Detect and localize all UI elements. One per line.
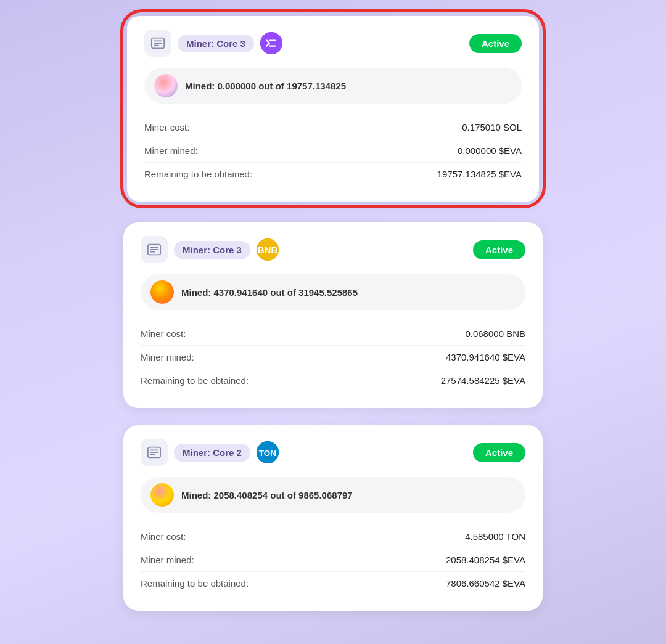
coin-icon bbox=[260, 32, 282, 54]
stat-row-0: Miner cost: 4.585000 TON bbox=[141, 525, 525, 548]
miner-icon bbox=[141, 439, 168, 466]
card-header: Miner: Core 3 Active bbox=[144, 30, 522, 57]
stat-value-1: 4370.941640 $EVA bbox=[446, 352, 525, 362]
stat-row-2: Remaining to be obtained: 19757.134825 $… bbox=[144, 162, 522, 185]
stat-row-1: Miner mined: 4370.941640 $EVA bbox=[141, 345, 525, 369]
stat-row-2: Remaining to be obtained: 7806.660542 $E… bbox=[141, 571, 525, 595]
card-wrapper-card-3: Miner: Core 2 TON Active Mined: 2058.408… bbox=[123, 425, 543, 611]
card-header: Miner: Core 2 TON Active bbox=[141, 439, 525, 466]
stat-row-2: Remaining to be obtained: 27574.584225 $… bbox=[141, 369, 525, 392]
stat-row-1: Miner mined: 2058.408254 $EVA bbox=[141, 548, 525, 571]
stat-label-2: Remaining to be obtained: bbox=[141, 578, 249, 589]
stat-label-1: Miner mined: bbox=[141, 352, 194, 362]
stat-label-2: Remaining to be obtained: bbox=[141, 375, 249, 386]
miner-badge: Miner: Core 3 bbox=[178, 35, 254, 52]
progress-orb bbox=[154, 74, 178, 97]
stat-label-0: Miner cost: bbox=[144, 122, 189, 132]
stat-value-2: 27574.584225 $EVA bbox=[441, 375, 525, 386]
stat-label-1: Miner mined: bbox=[141, 555, 194, 565]
coin-icon: TON bbox=[257, 441, 279, 463]
stats-container: Miner cost: 0.068000 BNB Miner mined: 43… bbox=[141, 322, 525, 392]
status-badge: Active bbox=[473, 443, 525, 462]
stat-label-0: Miner cost: bbox=[141, 328, 186, 339]
miner-card: Miner: Core 3 Active Mined: 0.000000 out… bbox=[127, 16, 539, 202]
miner-badge: Miner: Core 2 bbox=[174, 444, 250, 462]
card-wrapper-card-2: Miner: Core 3 BNB Active Mined: 4370.941… bbox=[123, 222, 543, 408]
stat-label-0: Miner cost: bbox=[141, 531, 186, 542]
stat-value-1: 2058.408254 $EVA bbox=[446, 555, 525, 565]
stat-value-0: 0.068000 BNB bbox=[465, 328, 525, 339]
svg-point-4 bbox=[260, 32, 282, 54]
status-badge: Active bbox=[469, 34, 522, 53]
miner-icon bbox=[141, 236, 168, 263]
stat-value-2: 19757.134825 $EVA bbox=[437, 169, 522, 179]
stat-row-0: Miner cost: 0.068000 BNB bbox=[141, 322, 525, 345]
stat-value-0: 4.585000 TON bbox=[465, 531, 525, 542]
progress-text: Mined: 4370.941640 out of 31945.525865 bbox=[181, 287, 358, 298]
stat-label-2: Remaining to be obtained: bbox=[144, 169, 252, 179]
progress-orb bbox=[150, 483, 174, 507]
miner-card: Miner: Core 3 BNB Active Mined: 4370.941… bbox=[123, 222, 543, 408]
progress-bar: Mined: 0.000000 out of 19757.134825 bbox=[144, 68, 522, 104]
miner-icon bbox=[144, 30, 171, 57]
stat-row-0: Miner cost: 0.175010 SOL bbox=[144, 116, 522, 139]
progress-text: Mined: 2058.408254 out of 9865.068797 bbox=[181, 490, 353, 500]
progress-bar: Mined: 4370.941640 out of 31945.525865 bbox=[141, 274, 525, 310]
stat-value-0: 0.175010 SOL bbox=[462, 122, 522, 132]
card-header: Miner: Core 3 BNB Active bbox=[141, 236, 525, 263]
progress-bar: Mined: 2058.408254 out of 9865.068797 bbox=[141, 477, 525, 513]
card-header-left: Miner: Core 3 BNB bbox=[141, 236, 279, 263]
status-badge: Active bbox=[473, 240, 525, 259]
svg-text:TON: TON bbox=[259, 449, 276, 458]
stat-label-1: Miner mined: bbox=[144, 145, 198, 156]
miner-card: Miner: Core 2 TON Active Mined: 2058.408… bbox=[123, 425, 543, 611]
card-wrapper-card-1: Miner: Core 3 Active Mined: 0.000000 out… bbox=[123, 12, 543, 205]
stat-row-1: Miner mined: 0.000000 $EVA bbox=[144, 139, 522, 162]
card-header-left: Miner: Core 3 bbox=[144, 30, 282, 57]
progress-orb bbox=[150, 280, 174, 304]
miner-badge: Miner: Core 3 bbox=[174, 241, 250, 259]
stat-value-1: 0.000000 $EVA bbox=[458, 145, 522, 156]
stats-container: Miner cost: 4.585000 TON Miner mined: 20… bbox=[141, 525, 525, 595]
coin-icon: BNB bbox=[257, 238, 279, 261]
svg-text:BNB: BNB bbox=[258, 245, 278, 255]
progress-text: Mined: 0.000000 out of 19757.134825 bbox=[185, 81, 346, 91]
card-header-left: Miner: Core 2 TON bbox=[141, 439, 279, 466]
stats-container: Miner cost: 0.175010 SOL Miner mined: 0.… bbox=[144, 116, 522, 185]
stat-value-2: 7806.660542 $EVA bbox=[446, 578, 525, 589]
